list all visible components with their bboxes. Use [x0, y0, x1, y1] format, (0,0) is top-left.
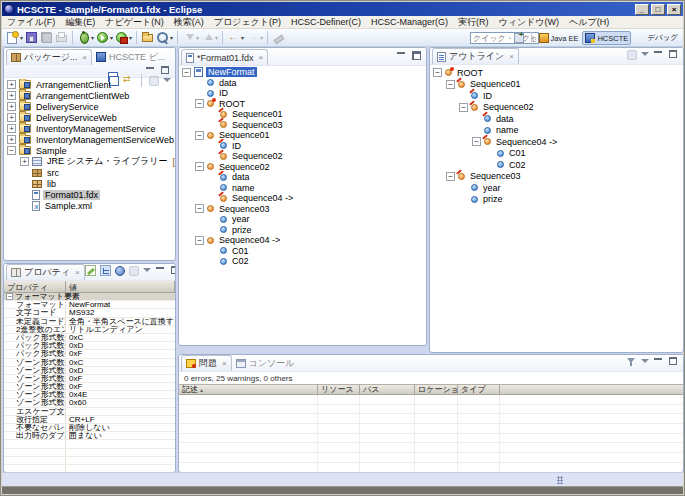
menu-hcsc-definer-c[interactable]: HCSC-Definer(C): [286, 17, 366, 27]
dropdown-arrow-icon[interactable]: ▾: [170, 34, 173, 41]
menu-h[interactable]: ヘルプ(H): [564, 16, 614, 29]
tree-item-deliveryservice[interactable]: +DeliveryService: [4, 101, 175, 112]
tab-editor-format01[interactable]: *Format01.fdx ×: [181, 49, 268, 65]
problems-column-item[interactable]: リソース: [318, 385, 360, 394]
expander-minus-icon[interactable]: −: [433, 68, 442, 77]
tree-item-prize[interactable]: prize: [179, 225, 426, 236]
maximize-view-icon[interactable]: [170, 265, 176, 276]
tree-item-c02[interactable]: C02: [430, 159, 683, 171]
expander-plus-icon[interactable]: +: [7, 135, 16, 144]
tree-item-c01[interactable]: C01: [430, 148, 683, 160]
close-tab-icon[interactable]: ×: [509, 52, 514, 61]
property-row-item[interactable]: 出力時のダブル囲まない: [4, 432, 175, 440]
tree-item-sequence03[interactable]: Sequence03: [179, 120, 426, 131]
close-window-button[interactable]: ×: [667, 4, 681, 15]
print-button[interactable]: [54, 30, 69, 45]
menu-e[interactable]: 編集(E): [60, 16, 100, 29]
dropdown-arrow-icon[interactable]: ▾: [91, 34, 94, 41]
tree-item-name[interactable]: name: [179, 183, 426, 194]
status-bar-grip[interactable]: [557, 476, 563, 484]
new-wizard-button[interactable]: ▾: [5, 30, 24, 45]
next-annotation-button[interactable]: ▾: [181, 30, 200, 45]
dropdown-arrow-icon[interactable]: ▾: [241, 34, 244, 41]
restore-default-icon[interactable]: [129, 266, 139, 276]
expander-minus-icon[interactable]: −: [195, 131, 204, 140]
tree-item-sequence04[interactable]: Sequence04 ->: [179, 193, 426, 204]
property-row-item[interactable]: ゾーン形式数値0x4E: [4, 391, 175, 399]
tree-item-jre[interactable]: +JRE システム・ライブラリー[jdk]: [4, 156, 175, 167]
debug-button[interactable]: ▾: [76, 30, 95, 45]
dropdown-arrow-icon[interactable]: ▾: [196, 34, 199, 41]
expander-minus-icon[interactable]: −: [182, 68, 191, 77]
menu-p[interactable]: プロジェクト(P): [209, 16, 286, 29]
tree-item-sequence02[interactable]: −Sequence02: [430, 102, 683, 114]
property-row-item[interactable]: ゾーン形式数値0xC: [4, 359, 175, 367]
property-row-item[interactable]: ゾーン形式数値0xF: [4, 383, 175, 391]
minimize-window-button[interactable]: _: [635, 4, 649, 15]
open-perspective-button[interactable]: [511, 31, 527, 45]
property-row-item[interactable]: ゾーン形式数値0xD: [4, 367, 175, 375]
tree-item-c01[interactable]: C01: [179, 246, 426, 257]
property-row-item[interactable]: パック形式数値(0xF: [4, 350, 175, 358]
dropdown-arrow-icon[interactable]: ▾: [129, 34, 132, 41]
problems-column-item[interactable]: ロケーション: [415, 385, 458, 394]
close-tab-icon[interactable]: ×: [222, 359, 227, 368]
open-resource-button[interactable]: [140, 30, 155, 45]
menu-hcsc-manager-g[interactable]: HCSC-Manager(G): [366, 17, 453, 27]
tree-item-year[interactable]: year: [430, 182, 683, 194]
expander-minus-icon[interactable]: −: [195, 162, 204, 171]
property-row-item[interactable]: 文字コードMS932: [4, 309, 175, 317]
show-categories-icon[interactable]: [85, 265, 96, 276]
problems-column-item[interactable]: 記述▴: [179, 385, 318, 394]
run-button[interactable]: ▾: [95, 30, 114, 45]
tree-item-root[interactable]: −ROOT: [179, 99, 426, 110]
tree-item-name[interactable]: name: [430, 125, 683, 137]
dropdown-arrow-icon[interactable]: ▾: [260, 34, 263, 41]
expander-minus-icon[interactable]: −: [472, 137, 481, 146]
tab-console[interactable]: コンソール: [232, 355, 299, 371]
save-button[interactable]: [24, 30, 39, 45]
restore-view-icon[interactable]: [411, 50, 422, 61]
dropdown-arrow-icon[interactable]: ▾: [110, 34, 113, 41]
filter-icon[interactable]: [626, 356, 637, 367]
save-all-button[interactable]: [39, 30, 54, 45]
tree-item-data[interactable]: data: [430, 113, 683, 125]
tree-item-sequence01[interactable]: −Sequence01: [179, 130, 426, 141]
tree-item-prize[interactable]: prize: [430, 194, 683, 206]
dropdown-arrow-icon[interactable]: ▾: [215, 34, 218, 41]
view-menu-icon[interactable]: [641, 49, 649, 60]
tree-item-sequence04[interactable]: −Sequence04 ->: [179, 235, 426, 246]
link-with-editor-icon[interactable]: [627, 50, 637, 60]
minimize-view-icon[interactable]: [653, 356, 664, 367]
expander-minus-icon[interactable]: −: [446, 172, 455, 181]
column-value[interactable]: 値: [66, 281, 175, 292]
tree-item-format01-fdx[interactable]: Format01.fdx: [4, 189, 175, 200]
tree-item-sequence04[interactable]: −Sequence04 ->: [430, 136, 683, 148]
tree-item-id[interactable]: ID: [179, 141, 426, 152]
tree-item-inventorymanagementservice[interactable]: +InventoryManagementService: [4, 123, 175, 134]
tree-item-arrangementclientweb[interactable]: +ArrangementClientWeb: [4, 90, 175, 101]
last-edit-location-button[interactable]: [271, 30, 286, 45]
menu-w[interactable]: ウィンドウ(W): [493, 16, 564, 29]
minimize-view-icon[interactable]: [653, 49, 664, 60]
external-tools-button[interactable]: ▾: [114, 30, 133, 45]
tree-item-year[interactable]: year: [179, 214, 426, 225]
tab-package-explorer[interactable]: パッケージ... ×: [6, 49, 92, 65]
property-row-item[interactable]: 未定義コード置全角・半角スペースに置換する: [4, 318, 175, 326]
minimize-view-icon[interactable]: [155, 265, 166, 276]
tree-item-root[interactable]: −ROOT: [430, 67, 683, 79]
tree-item-sample-xml[interactable]: Sample.xml: [4, 200, 175, 211]
tree-item-sequence01[interactable]: Sequence01: [179, 109, 426, 120]
tree-item-id[interactable]: ID: [430, 90, 683, 102]
tree-item-arrangementclient[interactable]: +ArrangementClient: [4, 79, 175, 90]
perspective-hcscte[interactable]: HCSCTE: [582, 31, 631, 45]
perspective-item[interactable]: デバッグ: [632, 31, 681, 45]
close-tab-icon[interactable]: ×: [259, 53, 264, 62]
maximize-window-button[interactable]: □: [651, 4, 665, 15]
view-menu-icon[interactable]: [641, 356, 649, 367]
tab-problems[interactable]: 問題 ×: [181, 355, 232, 371]
forward-button[interactable]: ▾: [245, 30, 264, 45]
tree-item-inventorymanagementserviceweb[interactable]: +InventoryManagementServiceWeb: [4, 134, 175, 145]
tree-item-deliveryserviceweb[interactable]: +DeliveryServiceWeb: [4, 112, 175, 123]
property-row-item[interactable]: パック形式数値(0xC: [4, 334, 175, 342]
